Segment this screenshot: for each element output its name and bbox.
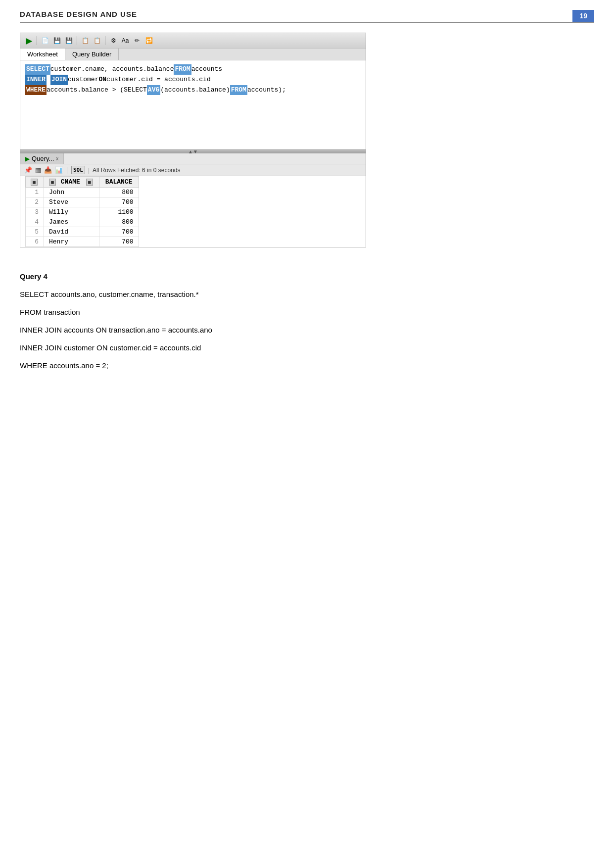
kw-join-1: JOIN: [50, 75, 68, 85]
cname-sort-icon: ▦: [86, 179, 93, 186]
table-icon: ▦: [31, 179, 38, 186]
table-row: 4James800: [26, 217, 139, 227]
chart-button[interactable]: 📊: [55, 166, 63, 174]
copy-button[interactable]: 📋: [80, 35, 91, 46]
results-sep-2: |: [88, 167, 90, 174]
page-number: 19: [572, 10, 594, 22]
cname-col-icon: ▦: [49, 179, 56, 186]
query4-line3: INNER JOIN accounts ON transaction.ano =…: [20, 324, 594, 336]
results-sep: [67, 167, 67, 174]
query4-line1: SELECT accounts.ano, customer.cname, tra…: [20, 289, 594, 300]
grid-button[interactable]: ▦: [35, 166, 41, 174]
toolbar-separator-3: [105, 36, 105, 45]
results-tab[interactable]: ▶ Query... x: [20, 153, 64, 164]
sql-line-3: WHERE accounts.balance > (SELECT AVG (ac…: [25, 85, 361, 96]
fetch-status: All Rows Fetched: 6 in 0 seconds: [93, 167, 180, 174]
row-num: 5: [26, 227, 44, 237]
close-tab-icon[interactable]: x: [56, 156, 58, 161]
row-num: 6: [26, 237, 44, 247]
table-row: 6Henry700: [26, 237, 139, 247]
row-balance: 1100: [99, 207, 139, 217]
row-cname: Steve: [44, 197, 99, 207]
body-content: Query 4 SELECT accounts.ano, customer.cn…: [20, 262, 594, 383]
table-row: 3Willy1100: [26, 207, 139, 217]
query4-heading: Query 4: [20, 272, 594, 281]
new-file-button[interactable]: 📄: [40, 35, 50, 46]
row-cname: Willy: [44, 207, 99, 217]
col-balance-label: BALANCE: [105, 178, 133, 186]
row-cname: Henry: [44, 237, 99, 247]
row-cname: David: [44, 227, 99, 237]
row-balance: 700: [99, 197, 139, 207]
save-as-button[interactable]: 💾: [63, 35, 74, 46]
sql-text-2b: customer.cid = accounts.cid: [106, 75, 211, 85]
sql-line-2: INNER JOIN customer ON customer.cid = ac…: [25, 75, 361, 85]
settings-button[interactable]: ⚙: [108, 35, 119, 46]
query4-line5: WHERE accounts.ano = 2;: [20, 360, 594, 372]
row-balance: 700: [99, 227, 139, 237]
row-num: 3: [26, 207, 44, 217]
tab-worksheet[interactable]: Worksheet: [20, 48, 65, 60]
page-header: DATABASE DESIGN AND USE 19: [20, 10, 594, 23]
results-toolbar: 📌 ▦ 📥 📊 SQL | All Rows Fetched: 6 in 0 s…: [20, 164, 366, 176]
edit-button[interactable]: ✏: [132, 35, 142, 46]
row-balance: 800: [99, 188, 139, 197]
row-cname: James: [44, 217, 99, 227]
row-num: 4: [26, 217, 44, 227]
query4-line2: FROM transaction: [20, 306, 594, 318]
page-title: DATABASE DESIGN AND USE: [20, 10, 137, 18]
data-table: ▦ ▦ CNAME ▦ BALANCE 1John8002Steve7003Wi…: [25, 176, 139, 247]
col-cname-label: CNAME: [61, 178, 80, 186]
sql-text-2: customer: [68, 75, 98, 85]
resize-handle[interactable]: ▲▼: [20, 149, 366, 153]
play-icon: ▶: [25, 155, 30, 162]
table-body: 1John8002Steve7003Willy11004James8005Dav…: [26, 188, 139, 247]
col-balance-header: BALANCE: [99, 177, 139, 188]
results-tab-row: ▶ Query... x: [20, 153, 366, 164]
kw-select-1: SELECT: [25, 64, 50, 75]
editor-toolbar: ▶ 📄 💾 💾 📋 📋 ⚙ Aa ✏ 🔁: [20, 33, 366, 48]
sql-text-1: customer.cname, accounts.balance: [50, 64, 174, 75]
col-cname-header: ▦ CNAME ▦: [44, 177, 99, 188]
sql-text-3a: accounts.balance > (SELECT: [47, 85, 147, 96]
refresh-button[interactable]: 🔁: [143, 35, 154, 46]
kw-where-1: WHERE: [25, 85, 47, 96]
table-row: 1John800: [26, 188, 139, 197]
download-button[interactable]: 📥: [44, 166, 52, 174]
kw-from-2: FROM: [230, 85, 247, 96]
save-button[interactable]: 💾: [51, 35, 62, 46]
row-balance: 700: [99, 237, 139, 247]
kw-inner-1: INNER: [25, 75, 47, 85]
kw-from-1: FROM: [174, 64, 191, 75]
sql-button[interactable]: SQL: [71, 166, 85, 174]
row-num: 2: [26, 197, 44, 207]
sql-editor-window: ▶ 📄 💾 💾 📋 📋 ⚙ Aa ✏ 🔁 Worksheet Query Bui…: [20, 33, 366, 247]
col-num-header: ▦: [26, 177, 44, 188]
row-cname: John: [44, 188, 99, 197]
results-tab-label: Query...: [32, 155, 54, 162]
tab-query-builder[interactable]: Query Builder: [65, 48, 119, 60]
sql-line-1: SELECT customer.cname, accounts.balance …: [25, 64, 361, 75]
table-row: 5David700: [26, 227, 139, 237]
sql-text-3b: (accounts.balance): [160, 85, 230, 96]
table-row: 2Steve700: [26, 197, 139, 207]
editor-tabs: Worksheet Query Builder: [20, 48, 366, 60]
row-balance: 800: [99, 217, 139, 227]
format-button[interactable]: Aa: [120, 35, 131, 46]
table-header-row: ▦ ▦ CNAME ▦ BALANCE: [26, 177, 139, 188]
sql-text-3c: accounts);: [247, 85, 286, 96]
sql-editor-area[interactable]: SELECT customer.cname, accounts.balance …: [20, 60, 366, 149]
kw-avg-1: AVG: [147, 85, 160, 96]
results-table: ▦ ▦ CNAME ▦ BALANCE 1John8002Steve7003Wi…: [20, 176, 366, 247]
toolbar-separator-1: [37, 36, 37, 45]
query4-line4: INNER JOIN customer ON customer.cid = ac…: [20, 342, 594, 354]
run-button[interactable]: ▶: [23, 35, 34, 46]
sql-text-1b: accounts: [191, 64, 222, 75]
resize-arrows-icon: ▲▼: [188, 149, 198, 154]
row-num: 1: [26, 188, 44, 197]
kw-on-1: ON: [98, 75, 106, 85]
pin-button[interactable]: 📌: [24, 166, 32, 174]
paste-button[interactable]: 📋: [92, 35, 102, 46]
toolbar-separator-2: [77, 36, 77, 45]
